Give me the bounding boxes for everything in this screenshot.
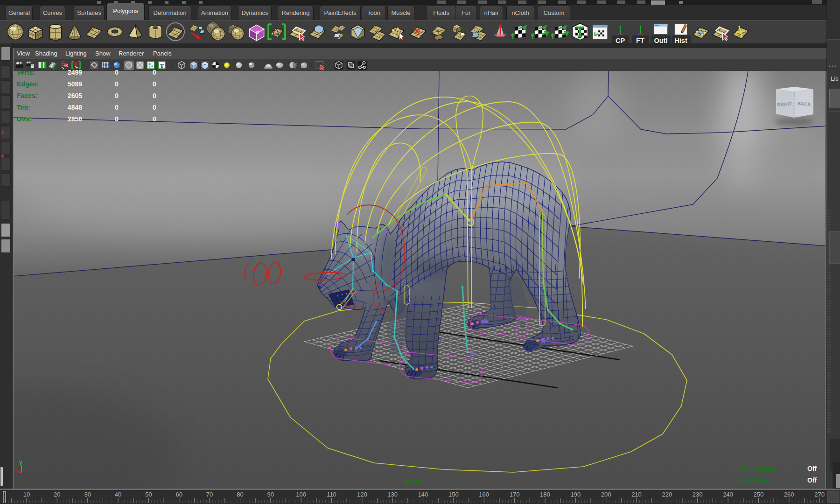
svg-text:T: T	[160, 63, 164, 69]
svg-text:240: 240	[723, 491, 733, 498]
svg-text:RIGHT: RIGHT	[777, 101, 792, 107]
svg-text:220: 220	[662, 491, 672, 498]
svg-text:60: 60	[176, 491, 182, 498]
svg-text:180: 180	[540, 491, 550, 498]
svg-text:170: 170	[510, 491, 520, 498]
svg-text:50: 50	[145, 491, 152, 498]
svg-text:40: 40	[115, 491, 121, 498]
svg-text:140: 140	[418, 491, 428, 498]
svg-text:260: 260	[784, 491, 794, 498]
svg-text:70: 70	[206, 491, 213, 498]
svg-text:90: 90	[267, 491, 274, 498]
svg-text:150: 150	[448, 491, 459, 498]
svg-text:210: 210	[631, 491, 642, 498]
svg-text:230: 230	[693, 491, 703, 498]
svg-text:y: y	[19, 459, 22, 465]
svg-text:200: 200	[601, 491, 611, 498]
svg-text:110: 110	[327, 491, 336, 498]
svg-text:30: 30	[84, 491, 91, 498]
svg-text:250: 250	[754, 491, 764, 498]
svg-text:80: 80	[237, 491, 243, 498]
svg-text:160: 160	[479, 491, 489, 498]
svg-text:130: 130	[387, 491, 398, 498]
svg-text:190: 190	[570, 491, 581, 498]
svg-text:100: 100	[296, 491, 306, 498]
svg-text:BACK: BACK	[797, 101, 811, 107]
svg-text:270: 270	[814, 491, 825, 498]
svg-text:10: 10	[23, 491, 30, 498]
svg-text:20: 20	[54, 491, 60, 498]
svg-text:120: 120	[357, 491, 367, 498]
